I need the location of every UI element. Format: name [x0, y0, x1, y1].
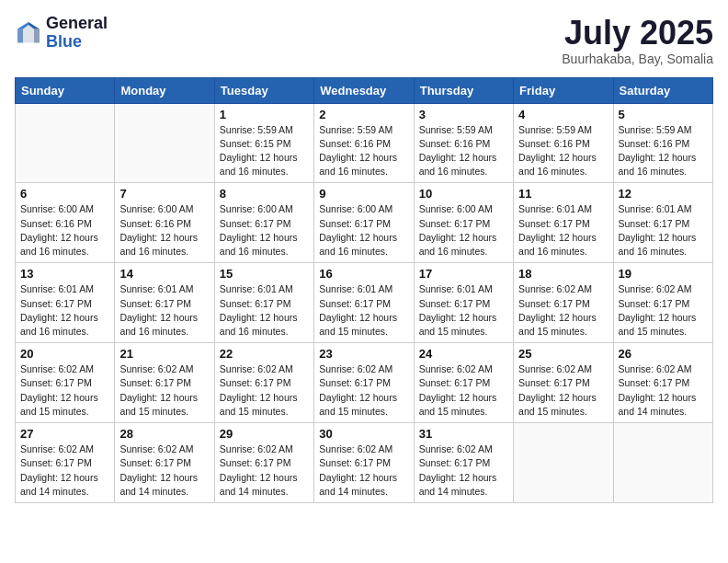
calendar-cell: 12Sunrise: 6:01 AMSunset: 6:17 PMDayligh…: [613, 183, 712, 263]
day-number: 2: [319, 108, 408, 121]
logo-text: General Blue: [46, 15, 108, 52]
calendar-cell: 18Sunrise: 6:02 AMSunset: 6:17 PMDayligh…: [514, 263, 613, 343]
calendar-cell: 11Sunrise: 6:01 AMSunset: 6:17 PMDayligh…: [514, 183, 613, 263]
logo: General Blue: [15, 15, 108, 52]
calendar-cell: 26Sunrise: 6:02 AMSunset: 6:17 PMDayligh…: [613, 343, 712, 423]
calendar-cell: 8Sunrise: 6:00 AMSunset: 6:17 PMDaylight…: [214, 183, 313, 263]
day-number: 10: [419, 187, 508, 201]
day-number: 7: [119, 187, 209, 201]
calendar-cell: 21Sunrise: 6:02 AMSunset: 6:17 PMDayligh…: [115, 343, 214, 423]
page-header: General Blue July 2025 Buurhakaba, Bay, …: [15, 15, 713, 66]
week-row-3: 13Sunrise: 6:01 AMSunset: 6:17 PMDayligh…: [16, 263, 713, 343]
day-number: 28: [119, 427, 209, 441]
calendar-cell: 6Sunrise: 6:00 AMSunset: 6:16 PMDaylight…: [16, 183, 115, 263]
calendar-header-sunday: Sunday: [16, 77, 115, 103]
day-number: 19: [619, 267, 708, 281]
day-number: 20: [20, 347, 109, 361]
day-number: 11: [518, 187, 608, 201]
day-info: Sunrise: 5:59 AMSunset: 6:16 PMDaylight:…: [619, 123, 708, 179]
calendar-cell: 15Sunrise: 6:01 AMSunset: 6:17 PMDayligh…: [214, 263, 313, 343]
day-number: 31: [419, 427, 508, 441]
day-number: 23: [319, 347, 408, 361]
month-title: July 2025: [562, 15, 713, 52]
calendar-cell: [16, 103, 115, 183]
calendar-header-tuesday: Tuesday: [214, 77, 313, 103]
day-number: 14: [119, 267, 209, 281]
day-number: 3: [419, 108, 508, 121]
week-row-2: 6Sunrise: 6:00 AMSunset: 6:16 PMDaylight…: [16, 183, 713, 263]
calendar-cell: 5Sunrise: 5:59 AMSunset: 6:16 PMDaylight…: [613, 103, 712, 183]
day-number: 29: [220, 427, 309, 441]
calendar-header-friday: Friday: [514, 77, 613, 103]
day-info: Sunrise: 5:59 AMSunset: 6:16 PMDaylight:…: [419, 123, 508, 179]
day-number: 5: [619, 108, 708, 121]
day-info: Sunrise: 6:02 AMSunset: 6:17 PMDaylight:…: [619, 282, 708, 339]
day-number: 16: [319, 267, 408, 281]
day-info: Sunrise: 6:02 AMSunset: 6:17 PMDaylight:…: [220, 362, 309, 419]
day-info: Sunrise: 6:02 AMSunset: 6:17 PMDaylight:…: [319, 362, 408, 419]
day-info: Sunrise: 6:02 AMSunset: 6:17 PMDaylight:…: [419, 442, 508, 499]
calendar-cell: [613, 423, 712, 503]
day-info: Sunrise: 5:59 AMSunset: 6:16 PMDaylight:…: [518, 123, 608, 179]
day-info: Sunrise: 5:59 AMSunset: 6:16 PMDaylight:…: [319, 123, 408, 179]
calendar-cell: 4Sunrise: 5:59 AMSunset: 6:16 PMDaylight…: [514, 103, 613, 183]
calendar-cell: 16Sunrise: 6:01 AMSunset: 6:17 PMDayligh…: [314, 263, 414, 343]
day-info: Sunrise: 5:59 AMSunset: 6:15 PMDaylight:…: [220, 123, 309, 179]
calendar-header-row: SundayMondayTuesdayWednesdayThursdayFrid…: [16, 77, 713, 103]
calendar-cell: 20Sunrise: 6:02 AMSunset: 6:17 PMDayligh…: [16, 343, 115, 423]
calendar-cell: 31Sunrise: 6:02 AMSunset: 6:17 PMDayligh…: [414, 423, 513, 503]
day-info: Sunrise: 6:02 AMSunset: 6:17 PMDaylight:…: [20, 362, 109, 419]
week-row-1: 1Sunrise: 5:59 AMSunset: 6:15 PMDaylight…: [16, 103, 713, 183]
day-number: 18: [518, 267, 608, 281]
calendar-cell: 29Sunrise: 6:02 AMSunset: 6:17 PMDayligh…: [214, 423, 313, 503]
day-info: Sunrise: 6:02 AMSunset: 6:17 PMDaylight:…: [319, 442, 408, 499]
calendar-header-monday: Monday: [115, 77, 214, 103]
day-info: Sunrise: 6:00 AMSunset: 6:17 PMDaylight:…: [319, 202, 408, 259]
calendar-header-saturday: Saturday: [613, 77, 712, 103]
day-number: 21: [119, 347, 209, 361]
calendar-cell: 9Sunrise: 6:00 AMSunset: 6:17 PMDaylight…: [314, 183, 414, 263]
calendar-cell: 2Sunrise: 5:59 AMSunset: 6:16 PMDaylight…: [314, 103, 414, 183]
day-number: 4: [518, 108, 608, 121]
day-number: 17: [419, 267, 508, 281]
day-info: Sunrise: 6:00 AMSunset: 6:17 PMDaylight:…: [220, 202, 309, 259]
day-info: Sunrise: 6:01 AMSunset: 6:17 PMDaylight:…: [119, 282, 209, 339]
day-number: 24: [419, 347, 508, 361]
day-number: 22: [220, 347, 309, 361]
logo-general-text: General: [46, 15, 108, 33]
calendar-cell: 25Sunrise: 6:02 AMSunset: 6:17 PMDayligh…: [514, 343, 613, 423]
day-info: Sunrise: 6:01 AMSunset: 6:17 PMDaylight:…: [20, 282, 109, 339]
calendar-cell: 27Sunrise: 6:02 AMSunset: 6:17 PMDayligh…: [16, 423, 115, 503]
location-text: Buurhakaba, Bay, Somalia: [562, 52, 713, 66]
calendar-cell: [115, 103, 214, 183]
day-info: Sunrise: 6:00 AMSunset: 6:17 PMDaylight:…: [419, 202, 508, 259]
day-info: Sunrise: 6:02 AMSunset: 6:17 PMDaylight:…: [119, 362, 209, 419]
calendar-table: SundayMondayTuesdayWednesdayThursdayFrid…: [15, 77, 713, 503]
day-number: 13: [20, 267, 109, 281]
day-info: Sunrise: 6:01 AMSunset: 6:17 PMDaylight:…: [319, 282, 408, 339]
logo-blue-text: Blue: [46, 33, 108, 52]
day-info: Sunrise: 6:02 AMSunset: 6:17 PMDaylight:…: [518, 362, 608, 419]
calendar-header-wednesday: Wednesday: [314, 77, 414, 103]
day-info: Sunrise: 6:00 AMSunset: 6:16 PMDaylight:…: [20, 202, 109, 259]
day-number: 15: [220, 267, 309, 281]
day-number: 9: [319, 187, 408, 201]
logo-icon: [15, 19, 42, 47]
calendar-cell: 7Sunrise: 6:00 AMSunset: 6:16 PMDaylight…: [115, 183, 214, 263]
day-number: 25: [518, 347, 608, 361]
calendar-cell: 13Sunrise: 6:01 AMSunset: 6:17 PMDayligh…: [16, 263, 115, 343]
day-info: Sunrise: 6:00 AMSunset: 6:16 PMDaylight:…: [119, 202, 209, 259]
day-number: 26: [619, 347, 708, 361]
day-info: Sunrise: 6:02 AMSunset: 6:17 PMDaylight:…: [119, 442, 209, 499]
day-info: Sunrise: 6:02 AMSunset: 6:17 PMDaylight:…: [518, 282, 608, 339]
day-info: Sunrise: 6:01 AMSunset: 6:17 PMDaylight:…: [220, 282, 309, 339]
calendar-cell: 28Sunrise: 6:02 AMSunset: 6:17 PMDayligh…: [115, 423, 214, 503]
calendar-cell: 24Sunrise: 6:02 AMSunset: 6:17 PMDayligh…: [414, 343, 513, 423]
day-info: Sunrise: 6:01 AMSunset: 6:17 PMDaylight:…: [518, 202, 608, 259]
calendar-cell: 14Sunrise: 6:01 AMSunset: 6:17 PMDayligh…: [115, 263, 214, 343]
day-number: 30: [319, 427, 408, 441]
svg-marker-4: [17, 29, 23, 42]
week-row-4: 20Sunrise: 6:02 AMSunset: 6:17 PMDayligh…: [16, 343, 713, 423]
title-block: July 2025 Buurhakaba, Bay, Somalia: [562, 15, 713, 66]
day-number: 6: [20, 187, 109, 201]
